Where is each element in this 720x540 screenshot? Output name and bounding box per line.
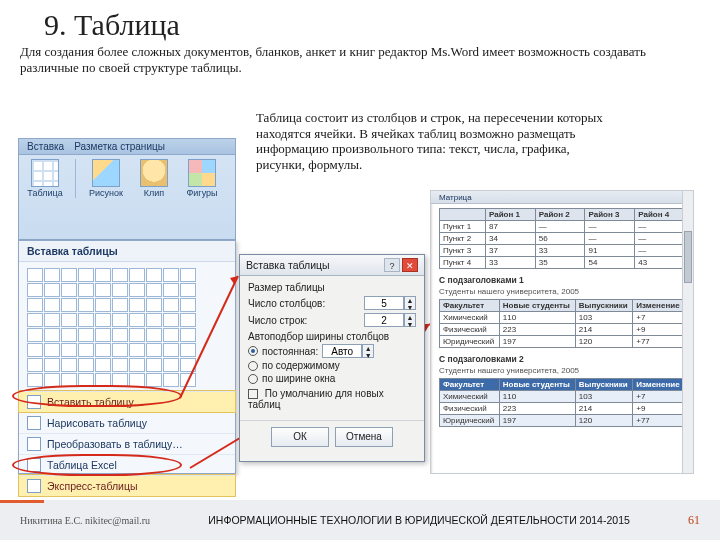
- grid-cell[interactable]: [44, 283, 60, 297]
- grid-cell[interactable]: [112, 358, 128, 372]
- grid-cell[interactable]: [180, 313, 196, 327]
- grid-cell[interactable]: [112, 343, 128, 357]
- menu-quick-tables[interactable]: Экспресс-таблицы: [19, 475, 235, 496]
- grid-cell[interactable]: [146, 373, 162, 387]
- grid-cell[interactable]: [61, 298, 77, 312]
- grid-cell[interactable]: [95, 328, 111, 342]
- dialog-close-button[interactable]: ✕: [402, 258, 418, 272]
- ribbon-picture-button[interactable]: Рисунок: [86, 159, 126, 198]
- cols-spinner[interactable]: ▲▼: [364, 296, 416, 310]
- cols-input[interactable]: [364, 296, 404, 310]
- grid-cell[interactable]: [44, 343, 60, 357]
- grid-cell[interactable]: [61, 343, 77, 357]
- grid-cell[interactable]: [129, 298, 145, 312]
- grid-cell[interactable]: [27, 328, 43, 342]
- grid-cell[interactable]: [180, 328, 196, 342]
- grid-cell[interactable]: [27, 343, 43, 357]
- grid-cell[interactable]: [78, 358, 94, 372]
- grid-cell[interactable]: [78, 268, 94, 282]
- grid-cell[interactable]: [129, 373, 145, 387]
- checkbox-default[interactable]: [248, 389, 258, 399]
- ribbon-tab-insert[interactable]: Вставка: [27, 141, 64, 152]
- ribbon-shapes-button[interactable]: Фигуры: [182, 159, 222, 198]
- dialog-help-button[interactable]: ?: [384, 258, 400, 272]
- grid-cell[interactable]: [61, 283, 77, 297]
- fixed-width-spinner[interactable]: ▲▼: [322, 344, 374, 358]
- grid-cell[interactable]: [112, 283, 128, 297]
- grid-cell[interactable]: [163, 373, 179, 387]
- grid-cell[interactable]: [180, 283, 196, 297]
- grid-cell[interactable]: [78, 343, 94, 357]
- grid-cell[interactable]: [95, 283, 111, 297]
- grid-cell[interactable]: [180, 373, 196, 387]
- grid-cell[interactable]: [129, 358, 145, 372]
- grid-cell[interactable]: [27, 313, 43, 327]
- grid-cell[interactable]: [163, 268, 179, 282]
- grid-cell[interactable]: [112, 313, 128, 327]
- grid-cell[interactable]: [112, 328, 128, 342]
- grid-cell[interactable]: [146, 313, 162, 327]
- grid-cell[interactable]: [44, 358, 60, 372]
- grid-cell[interactable]: [129, 313, 145, 327]
- grid-cell[interactable]: [163, 358, 179, 372]
- grid-cell[interactable]: [129, 343, 145, 357]
- fixed-width-input[interactable]: [322, 344, 362, 358]
- grid-cell[interactable]: [112, 373, 128, 387]
- grid-cell[interactable]: [146, 268, 162, 282]
- grid-cell[interactable]: [129, 283, 145, 297]
- grid-cell[interactable]: [95, 343, 111, 357]
- grid-cell[interactable]: [180, 343, 196, 357]
- grid-cell[interactable]: [95, 298, 111, 312]
- menu-excel-table[interactable]: Таблица Excel: [19, 454, 235, 475]
- table-size-grid[interactable]: [27, 268, 227, 387]
- grid-cell[interactable]: [44, 328, 60, 342]
- grid-cell[interactable]: [163, 343, 179, 357]
- grid-cell[interactable]: [163, 328, 179, 342]
- ribbon-clip-button[interactable]: Клип: [134, 159, 174, 198]
- cancel-button[interactable]: Отмена: [335, 427, 393, 447]
- grid-cell[interactable]: [129, 268, 145, 282]
- grid-cell[interactable]: [27, 358, 43, 372]
- grid-cell[interactable]: [112, 268, 128, 282]
- grid-cell[interactable]: [146, 358, 162, 372]
- scrollbar-vertical[interactable]: [682, 191, 693, 473]
- grid-cell[interactable]: [44, 298, 60, 312]
- grid-cell[interactable]: [146, 328, 162, 342]
- grid-cell[interactable]: [61, 328, 77, 342]
- grid-cell[interactable]: [163, 283, 179, 297]
- grid-cell[interactable]: [78, 298, 94, 312]
- grid-cell[interactable]: [129, 328, 145, 342]
- grid-cell[interactable]: [78, 373, 94, 387]
- grid-cell[interactable]: [180, 298, 196, 312]
- grid-cell[interactable]: [61, 373, 77, 387]
- ribbon-table-button[interactable]: Таблица: [25, 159, 65, 198]
- grid-cell[interactable]: [61, 313, 77, 327]
- grid-cell[interactable]: [95, 313, 111, 327]
- menu-convert-table[interactable]: Преобразовать в таблицу…: [19, 433, 235, 454]
- grid-cell[interactable]: [44, 373, 60, 387]
- grid-cell[interactable]: [146, 283, 162, 297]
- ribbon-tab-pagelayout[interactable]: Разметка страницы: [74, 141, 165, 152]
- grid-cell[interactable]: [61, 358, 77, 372]
- grid-cell[interactable]: [180, 268, 196, 282]
- menu-insert-table[interactable]: Вставить таблицу…: [19, 391, 235, 412]
- grid-cell[interactable]: [27, 268, 43, 282]
- grid-cell[interactable]: [95, 358, 111, 372]
- grid-cell[interactable]: [27, 298, 43, 312]
- grid-cell[interactable]: [78, 313, 94, 327]
- grid-cell[interactable]: [61, 268, 77, 282]
- rows-input[interactable]: [364, 313, 404, 327]
- grid-cell[interactable]: [146, 343, 162, 357]
- grid-cell[interactable]: [78, 328, 94, 342]
- grid-cell[interactable]: [44, 268, 60, 282]
- rows-spinner[interactable]: ▲▼: [364, 313, 416, 327]
- grid-cell[interactable]: [27, 373, 43, 387]
- grid-cell[interactable]: [163, 298, 179, 312]
- grid-cell[interactable]: [146, 298, 162, 312]
- radio-window[interactable]: по ширине окна: [248, 373, 416, 384]
- grid-cell[interactable]: [95, 268, 111, 282]
- grid-cell[interactable]: [95, 373, 111, 387]
- grid-cell[interactable]: [112, 298, 128, 312]
- menu-draw-table[interactable]: Нарисовать таблицу: [19, 412, 235, 433]
- grid-cell[interactable]: [44, 313, 60, 327]
